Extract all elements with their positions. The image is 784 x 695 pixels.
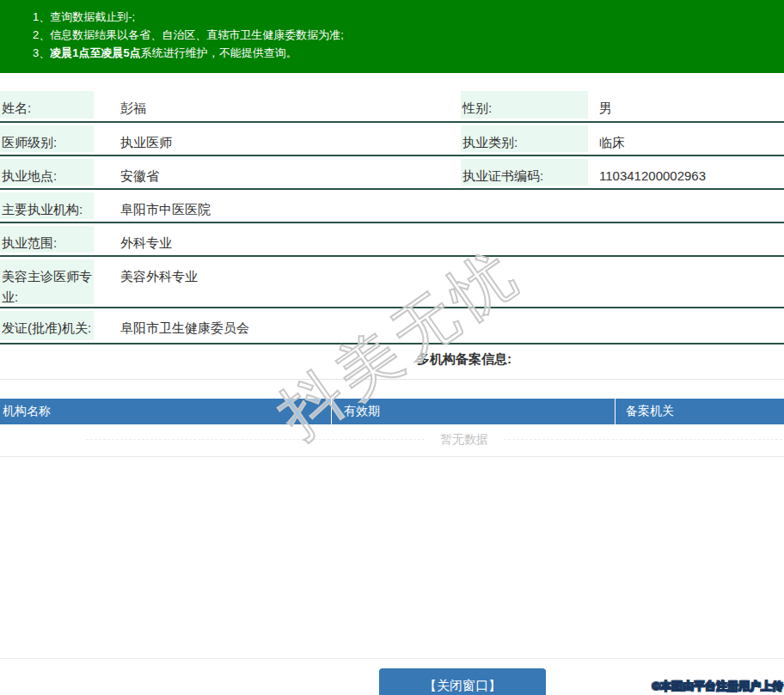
info-row-issuing-authority: 发证(批准)机关: 阜阳市卫生健康委员会 <box>0 308 784 344</box>
upload-copyright-text: ©本图由平台注册用户上传 <box>652 679 783 694</box>
info-row-main-institution: 主要执业机构: 阜阳市中医医院 <box>0 190 784 223</box>
section-divider <box>0 379 784 380</box>
registration-section: 多机构备案信息: <box>0 344 784 379</box>
label-cosmetic-specialty: 美容主诊医师专业: <box>0 259 94 304</box>
info-row-name-gender: 姓名: 彭福 性别: 男 <box>0 88 784 123</box>
column-header-institution-name: 机构名称 <box>0 399 331 424</box>
notice-line-3: 3、凌晨1点至凌晨5点系统进行维护，不能提供查询。 <box>33 44 775 62</box>
column-header-validity-period: 有效期 <box>331 399 615 424</box>
label-practice-category: 执业类别: <box>461 125 588 152</box>
value-name: 彭福 <box>95 88 461 121</box>
value-practice-scope: 外科专业 <box>95 223 784 255</box>
registration-heading: 多机构备案信息: <box>417 351 511 366</box>
label-gender: 性别: <box>461 91 588 119</box>
notice-banner: 1、查询数据截止到-; 2、信息数据结果以各省、自治区、直辖市卫生健康委数据为准… <box>0 0 784 73</box>
value-main-institution: 阜阳市中医医院 <box>95 190 784 222</box>
info-row-level-category: 医师级别: 执业医师 执业类别: 临床 <box>0 123 784 156</box>
label-practice-scope: 执业范围: <box>0 226 94 253</box>
registration-table-header: 机构名称 有效期 备案机关 <box>0 399 784 424</box>
value-practice-location: 安徽省 <box>95 156 461 188</box>
value-gender: 男 <box>589 88 784 121</box>
value-issuing-authority: 阜阳市卫生健康委员会 <box>95 308 784 343</box>
info-row-practice-scope: 执业范围: 外科专业 <box>0 223 784 257</box>
label-issuing-authority: 发证(批准)机关: <box>0 311 94 340</box>
info-row-location-certno: 执业地点: 安徽省 执业证书编码: 110341200002963 <box>0 156 784 190</box>
label-main-institution: 主要执业机构: <box>0 192 94 219</box>
value-cosmetic-specialty: 美容外科专业 <box>95 257 784 307</box>
close-window-button[interactable]: 【关闭窗口】 <box>379 668 546 695</box>
value-doctor-level: 执业医师 <box>95 123 461 155</box>
label-practice-location: 执业地点: <box>0 159 94 186</box>
notice-line-2: 2、信息数据结果以各省、自治区、直辖市卫生健康委数据为准; <box>33 26 775 44</box>
notice-line-1: 1、查询数据截止到-; <box>33 8 775 26</box>
registration-empty-row: 暂无数据 <box>0 424 784 457</box>
label-certificate-number: 执业证书编码: <box>461 159 588 186</box>
value-certificate-number: 110341200002963 <box>589 156 784 188</box>
no-data-text: 暂无数据 <box>425 432 504 446</box>
info-row-cosmetic-specialty: 美容主诊医师专业: 美容外科专业 <box>0 257 784 308</box>
label-name: 姓名: <box>0 91 94 119</box>
practitioner-info-table: 姓名: 彭福 性别: 男 医师级别: 执业医师 执业类别: 临床 执业地点: 安… <box>0 88 784 344</box>
value-practice-category: 临床 <box>589 123 784 155</box>
label-doctor-level: 医师级别: <box>0 125 94 152</box>
column-header-filing-authority: 备案机关 <box>615 399 784 424</box>
